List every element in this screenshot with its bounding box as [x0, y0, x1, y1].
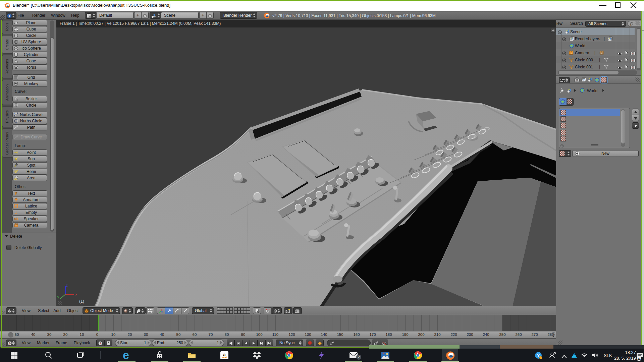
svg-text:y: y [57, 295, 59, 299]
svg-text:?: ? [537, 353, 540, 358]
svg-text:a: a [223, 352, 226, 357]
svg-text:x: x [75, 293, 77, 296]
svg-text:z: z [66, 284, 68, 287]
svg-text:i: i [9, 14, 10, 18]
svg-text:F: F [15, 191, 17, 196]
svg-text:(1): (1) [79, 299, 84, 304]
